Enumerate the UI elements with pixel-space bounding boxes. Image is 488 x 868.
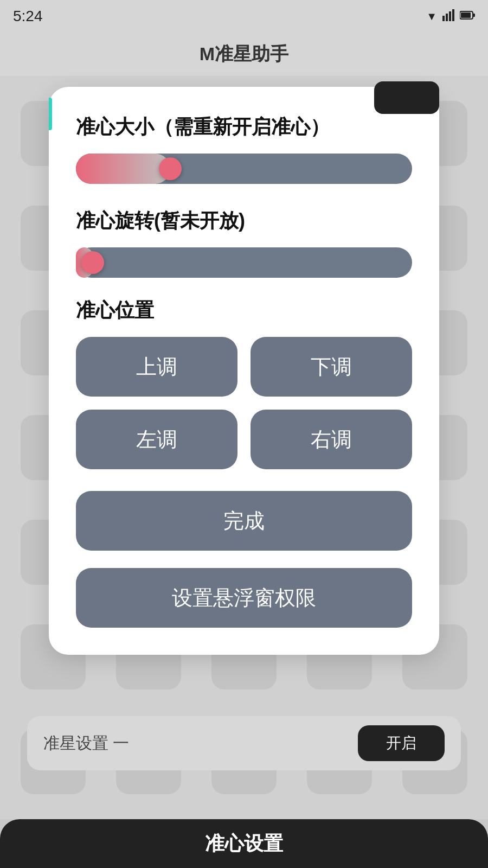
rotate-label: 准心旋转(暂未开放): [76, 208, 412, 234]
modal-top-button[interactable]: [374, 81, 439, 114]
size-label: 准心大小（需重新开启准心）: [76, 114, 412, 141]
bottom-bar: 准心设置: [0, 819, 488, 868]
done-button[interactable]: 完成: [76, 491, 412, 551]
rotate-slider-container[interactable]: [76, 247, 412, 278]
status-icons: ▼: [426, 9, 475, 24]
up-button[interactable]: 上调: [76, 337, 237, 397]
modal-card: 准心大小（需重新开启准心） 准心旋转(暂未开放) 准心位置 上调 下调 左调 右…: [49, 87, 439, 655]
bottom-bar-title: 准心设置: [205, 831, 283, 857]
top-bar: M准星助手: [0, 33, 488, 76]
signal-icon: [442, 9, 454, 24]
right-button[interactable]: 右调: [251, 410, 412, 469]
down-button[interactable]: 下调: [251, 337, 412, 397]
svg-rect-5: [473, 14, 475, 17]
status-bar: 5:24 ▼: [0, 0, 488, 33]
bg-content: 准星设置 一 开启 准心大小（需重新开启准心） 准心旋转(暂未开放): [0, 76, 488, 819]
battery-icon: [460, 10, 475, 23]
modal-accent: [49, 98, 52, 130]
float-permission-button[interactable]: 设置悬浮窗权限: [76, 568, 412, 628]
wifi-icon: ▼: [426, 10, 437, 23]
size-slider-container[interactable]: [76, 154, 412, 184]
svg-rect-6: [461, 12, 471, 18]
svg-rect-0: [442, 16, 445, 21]
svg-rect-3: [452, 9, 454, 21]
left-button[interactable]: 左调: [76, 410, 237, 469]
position-label: 准心位置: [76, 297, 412, 324]
status-time: 5:24: [13, 8, 43, 25]
app-title: M准星助手: [200, 42, 288, 67]
svg-rect-1: [446, 14, 448, 21]
modal-overlay: 准心大小（需重新开启准心） 准心旋转(暂未开放) 准心位置 上调 下调 左调 右…: [0, 76, 488, 819]
position-grid: 上调 下调 左调 右调: [76, 337, 412, 469]
svg-rect-2: [449, 11, 451, 21]
